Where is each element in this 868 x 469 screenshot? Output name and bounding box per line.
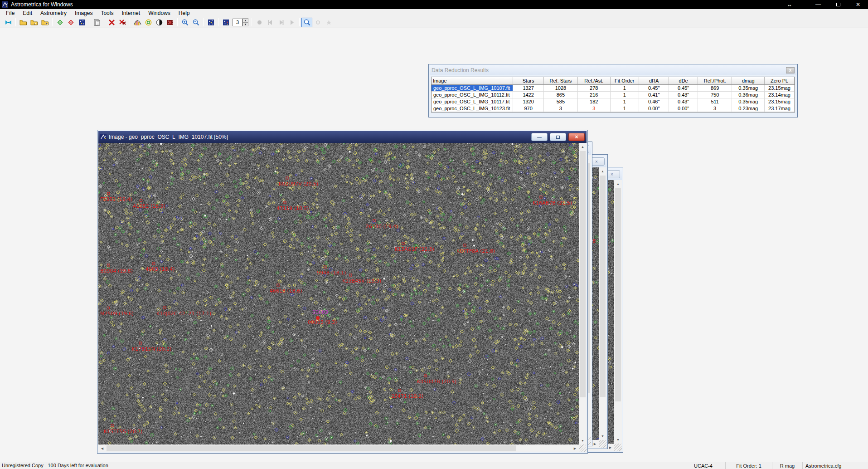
star-chart-button[interactable] — [205, 18, 216, 27]
full-view-icon — [314, 19, 322, 26]
zoom-in-button[interactable] — [179, 18, 190, 27]
scroll-left-icon[interactable]: ◀ — [98, 445, 106, 452]
spin-up-icon[interactable]: ▲ — [242, 18, 248, 22]
load-stack-images-button[interactable] — [39, 18, 50, 27]
toolbar-separator — [15, 18, 16, 26]
menu-file[interactable]: File — [2, 10, 19, 17]
zoom-in-icon — [181, 19, 189, 26]
value-cell: 23.17mag — [765, 105, 795, 112]
aperture-button[interactable] — [143, 18, 154, 27]
column-header[interactable]: Ref./Phot. — [698, 77, 732, 84]
data-reduction-results-window[interactable]: Data Reduction Results x ImageStarsRef. … — [428, 64, 798, 117]
zoom-out-icon — [192, 19, 200, 26]
load-images-icon — [19, 19, 27, 26]
resize-grip[interactable] — [614, 444, 622, 451]
table-row[interactable]: geo_pproc_OSC_L_IMG_10117.fit13205851821… — [432, 98, 795, 105]
table-row[interactable]: geo_pproc_OSC_L_IMG_10123.fit9703310.00"… — [432, 105, 795, 112]
toolbar-separator — [218, 18, 218, 26]
image-window[interactable]: Image - geo_pproc_OSC_L_IMG_10107.fit [5… — [97, 130, 588, 454]
app-icon — [100, 134, 107, 140]
scroll-down-icon[interactable]: ▼ — [614, 436, 622, 444]
value-cell: 0.45" — [669, 84, 698, 91]
ccd-settings-button[interactable] — [3, 18, 14, 27]
status-panel-fit-order-1: Fit Order: 1 — [725, 462, 772, 469]
value-cell: 1 — [610, 98, 639, 105]
table-row[interactable]: geo_pproc_OSC_L_IMG_10112.fit14228652161… — [432, 91, 795, 98]
report-button[interactable] — [91, 18, 102, 27]
value-cell: 0.41" — [639, 91, 669, 98]
value-cell: 0.35mag — [732, 98, 765, 105]
vertical-scrollbar[interactable]: ▲ ▼ — [614, 180, 622, 444]
restore-button[interactable] — [550, 133, 566, 141]
display-switch-button[interactable]: ↔ — [783, 0, 796, 9]
vertical-scrollbar[interactable]: ▲ ▼ — [599, 167, 606, 440]
image-window-titlebar[interactable]: Image - geo_pproc_OSC_L_IMG_10107.fit [5… — [98, 131, 587, 143]
step-forward-button — [286, 18, 297, 27]
menu-images[interactable]: Images — [71, 10, 97, 17]
scroll-right-icon[interactable]: ▶ — [571, 445, 579, 452]
star-reference-button[interactable] — [76, 18, 87, 27]
column-header[interactable]: Fit Order — [610, 77, 639, 84]
menu-astrometry[interactable]: Astrometry — [36, 10, 71, 17]
reject-all-icon — [119, 19, 126, 26]
horizontal-scrollbar[interactable]: ◀ ▶ — [98, 445, 579, 452]
scroll-up-icon[interactable]: ▲ — [599, 167, 606, 175]
menu-internet[interactable]: Internet — [117, 10, 144, 17]
reject-all-button[interactable] — [117, 18, 128, 27]
column-header[interactable]: dRA — [639, 77, 669, 84]
zoom-out-button[interactable] — [190, 18, 201, 27]
scroll-up-icon[interactable]: ▲ — [579, 143, 587, 151]
maximize-button[interactable] — [828, 0, 848, 9]
frame-number-value[interactable]: 3 — [233, 19, 242, 26]
scroll-up-icon[interactable]: ▲ — [614, 180, 622, 188]
reject-object-button[interactable] — [106, 18, 117, 27]
spin-down-icon[interactable]: ▼ — [242, 22, 248, 26]
scroll-down-icon[interactable]: ▼ — [599, 432, 606, 440]
menu-help[interactable]: Help — [175, 10, 194, 17]
magnifier-view-button[interactable] — [301, 18, 312, 27]
invert-button[interactable] — [154, 18, 165, 27]
minimize-button[interactable]: — — [808, 0, 828, 9]
star-chart-icon — [207, 19, 215, 26]
menu-windows[interactable]: Windows — [144, 10, 175, 17]
record-icon — [256, 19, 263, 26]
value-cell: 1320 — [513, 98, 543, 105]
moving-objects-button[interactable] — [65, 18, 76, 27]
resize-grip[interactable] — [579, 445, 587, 452]
psf-profile-button[interactable] — [132, 18, 143, 27]
report-icon — [93, 19, 101, 26]
results-window-titlebar[interactable]: Data Reduction Results x — [430, 65, 796, 75]
video-button[interactable] — [165, 18, 175, 27]
load-images-button[interactable] — [18, 18, 29, 27]
column-header[interactable]: Stars — [513, 77, 543, 84]
column-header[interactable]: Ref. Stars — [543, 77, 577, 84]
close-button[interactable]: × — [568, 133, 585, 141]
vertical-scrollbar[interactable]: ▲ ▼ — [579, 143, 587, 445]
column-header[interactable]: dmag — [732, 77, 765, 84]
record-button — [254, 18, 265, 27]
column-header[interactable]: Ref./Ast. — [578, 77, 611, 84]
close-button[interactable]: ✕ — [848, 0, 868, 9]
resize-grip[interactable] — [599, 440, 606, 448]
scroll-down-icon[interactable]: ▼ — [579, 437, 587, 445]
menu-edit[interactable]: Edit — [19, 10, 36, 17]
column-header[interactable]: Zero Pt. — [765, 77, 795, 84]
blink-button[interactable] — [220, 18, 231, 27]
value-cell: 278 — [578, 84, 611, 91]
menu-bar: FileEditAstrometryImagesToolsInternetWin… — [0, 9, 868, 17]
value-cell: 1 — [610, 91, 639, 98]
menu-tools[interactable]: Tools — [97, 10, 117, 17]
toolbar-separator — [104, 18, 104, 26]
load-track-images-button[interactable] — [29, 18, 39, 27]
column-header[interactable]: dDe — [669, 77, 698, 84]
value-cell: 0.35mag — [732, 84, 765, 91]
star-field-image[interactable] — [98, 143, 579, 445]
value-cell: 0.00" — [669, 105, 698, 112]
minimize-button[interactable]: — — [531, 133, 548, 141]
column-header[interactable]: Image — [432, 77, 513, 84]
image-name-cell: geo_pproc_OSC_L_IMG_10107.fit — [432, 84, 513, 91]
frame-number-spinner[interactable]: 3▲▼ — [233, 18, 248, 26]
close-icon[interactable]: x — [786, 67, 795, 73]
known-objects-button[interactable] — [54, 18, 65, 27]
table-row[interactable]: geo_pproc_OSC_L_IMG_10107.fit13271028278… — [432, 84, 795, 91]
